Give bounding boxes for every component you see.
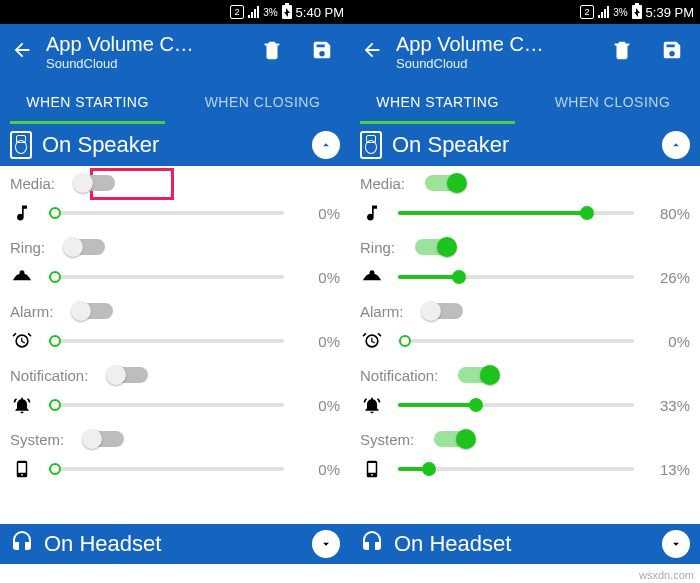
volume-row-ring: Ring: 26% bbox=[350, 230, 700, 294]
row-label: Ring: bbox=[360, 239, 395, 256]
section-title: On Speaker bbox=[42, 132, 159, 158]
app-subtitle: SoundCloud bbox=[46, 56, 242, 71]
notification-icon bbox=[360, 395, 384, 415]
ring-icon bbox=[10, 267, 34, 287]
system-percent: 13% bbox=[648, 461, 690, 478]
ring-icon bbox=[360, 267, 384, 287]
media-percent: 0% bbox=[298, 205, 340, 222]
signal-icon bbox=[598, 6, 609, 18]
volume-row-alarm: Alarm: 0% bbox=[350, 294, 700, 358]
save-button[interactable] bbox=[302, 39, 342, 65]
signal-icon bbox=[248, 6, 259, 18]
back-button[interactable] bbox=[358, 39, 386, 65]
back-button[interactable] bbox=[8, 39, 36, 65]
expand-button[interactable] bbox=[662, 530, 690, 558]
ring-toggle[interactable] bbox=[65, 239, 105, 255]
volume-rows: Media: 80% Ring: 26% Alarm: bbox=[350, 166, 700, 524]
volume-slider[interactable] bbox=[398, 211, 634, 215]
media-icon bbox=[360, 203, 384, 223]
headset-icon bbox=[360, 529, 384, 559]
volume-row-notification: Notification: 33% bbox=[350, 358, 700, 422]
volume-slider[interactable] bbox=[398, 339, 634, 343]
row-label: Notification: bbox=[360, 367, 438, 384]
alarm-toggle[interactable] bbox=[73, 303, 113, 319]
collapse-button[interactable] bbox=[312, 131, 340, 159]
alarm-toggle[interactable] bbox=[423, 303, 463, 319]
notification-percent: 0% bbox=[298, 397, 340, 414]
sim-indicator: 2 bbox=[580, 5, 594, 19]
system-toggle[interactable] bbox=[84, 431, 124, 447]
headset-icon bbox=[10, 529, 34, 559]
row-label: Notification: bbox=[10, 367, 88, 384]
app-title: App Volume C… bbox=[46, 33, 242, 56]
battery-icon bbox=[282, 3, 292, 22]
volume-row-system: System: 13% bbox=[350, 422, 700, 486]
section-on-speaker[interactable]: On Speaker bbox=[350, 124, 700, 166]
sim-indicator: 2 bbox=[230, 5, 244, 19]
notification-toggle[interactable] bbox=[108, 367, 148, 383]
media-icon bbox=[10, 203, 34, 223]
notification-toggle[interactable] bbox=[458, 367, 498, 383]
volume-slider[interactable] bbox=[398, 403, 634, 407]
volume-row-media: Media: 0% bbox=[0, 166, 350, 230]
tab-when-starting[interactable]: WHEN STARTING bbox=[0, 80, 175, 124]
row-label: System: bbox=[10, 431, 64, 448]
volume-slider[interactable] bbox=[398, 467, 634, 471]
delete-button[interactable] bbox=[252, 39, 292, 65]
system-icon bbox=[360, 458, 384, 480]
section-title: On Speaker bbox=[392, 132, 509, 158]
ring-toggle[interactable] bbox=[415, 239, 455, 255]
app-bar: App Volume C… SoundCloud bbox=[0, 24, 350, 80]
tab-when-closing[interactable]: WHEN CLOSING bbox=[175, 80, 350, 124]
row-label: System: bbox=[360, 431, 414, 448]
volume-slider[interactable] bbox=[48, 275, 284, 279]
volume-slider[interactable] bbox=[48, 211, 284, 215]
battery-icon bbox=[632, 3, 642, 22]
volume-row-notification: Notification: 0% bbox=[0, 358, 350, 422]
watermark: wsxdn.com bbox=[639, 569, 694, 581]
tab-when-starting[interactable]: WHEN STARTING bbox=[350, 80, 525, 124]
notification-icon bbox=[10, 395, 34, 415]
alarm-percent: 0% bbox=[648, 333, 690, 350]
notification-percent: 33% bbox=[648, 397, 690, 414]
system-toggle[interactable] bbox=[434, 431, 474, 447]
status-bar: 2 3% 5:40 PM bbox=[0, 0, 350, 24]
speaker-icon bbox=[360, 131, 382, 159]
section-title: On Headset bbox=[394, 531, 511, 557]
screenshot-pane-1: 2 3% 5:39 PM App Volume C… SoundCloud WH… bbox=[350, 0, 700, 564]
clock: 5:40 PM bbox=[296, 5, 344, 20]
volume-row-system: System: 0% bbox=[0, 422, 350, 486]
volume-row-ring: Ring: 0% bbox=[0, 230, 350, 294]
alarm-percent: 0% bbox=[298, 333, 340, 350]
collapse-button[interactable] bbox=[662, 131, 690, 159]
ring-percent: 26% bbox=[648, 269, 690, 286]
tab-bar: WHEN STARTING WHEN CLOSING bbox=[0, 80, 350, 124]
row-label: Alarm: bbox=[10, 303, 53, 320]
system-percent: 0% bbox=[298, 461, 340, 478]
volume-rows: Media: 0% Ring: 0% Alarm: bbox=[0, 166, 350, 524]
media-toggle[interactable] bbox=[425, 175, 465, 191]
row-label: Ring: bbox=[10, 239, 45, 256]
status-bar: 2 3% 5:39 PM bbox=[350, 0, 700, 24]
ring-percent: 0% bbox=[298, 269, 340, 286]
section-on-headset[interactable]: On Headset bbox=[350, 524, 700, 564]
volume-slider[interactable] bbox=[48, 467, 284, 471]
media-toggle[interactable] bbox=[75, 175, 115, 191]
expand-button[interactable] bbox=[312, 530, 340, 558]
system-icon bbox=[10, 458, 34, 480]
alarm-icon bbox=[10, 331, 34, 351]
section-on-headset[interactable]: On Headset bbox=[0, 524, 350, 564]
delete-button[interactable] bbox=[602, 39, 642, 65]
volume-slider[interactable] bbox=[398, 275, 634, 279]
volume-slider[interactable] bbox=[48, 339, 284, 343]
section-title: On Headset bbox=[44, 531, 161, 557]
volume-slider[interactable] bbox=[48, 403, 284, 407]
app-title: App Volume C… bbox=[396, 33, 592, 56]
tab-when-closing[interactable]: WHEN CLOSING bbox=[525, 80, 700, 124]
battery-percent: 3% bbox=[263, 7, 277, 18]
section-on-speaker[interactable]: On Speaker bbox=[0, 124, 350, 166]
save-button[interactable] bbox=[652, 39, 692, 65]
tab-bar: WHEN STARTING WHEN CLOSING bbox=[350, 80, 700, 124]
clock: 5:39 PM bbox=[646, 5, 694, 20]
row-label: Media: bbox=[360, 175, 405, 192]
